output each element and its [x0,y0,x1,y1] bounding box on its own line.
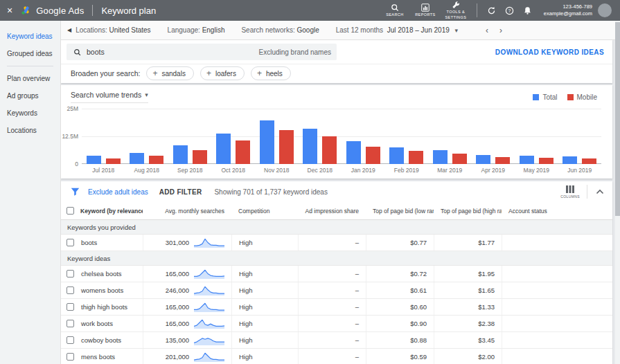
sidebar-item-plan-overview[interactable]: Plan overview [0,70,60,87]
competition-value: High [231,282,298,298]
excluding-brand-names-label[interactable]: Excluding brand names [258,48,331,56]
locations-setting[interactable]: Locations: United States [76,26,150,34]
exclude-adult-ideas-filter[interactable]: Exclude adult ideas [88,188,148,196]
row-checkbox[interactable] [67,320,74,327]
x-axis-label: Nov 2018 [264,167,289,174]
mobile-bar [322,136,337,164]
chart-group-jul-2018: Jul 2018 [84,109,123,164]
sidebar-item-keyword-ideas[interactable]: Keyword ideas [0,28,60,45]
sidebar-item-keywords[interactable]: Keywords [0,104,60,122]
competition-value: High [231,299,298,315]
bid-high-value: $1.65 [434,282,502,298]
close-icon[interactable]: × [7,6,12,15]
trend-type-dropdown[interactable]: Search volume trends ▾ [71,91,148,103]
broaden-chip-sandals[interactable]: +sandals [146,66,193,80]
collapse-table-icon[interactable] [596,189,604,194]
column-ad-impression-share[interactable]: Ad impression share [298,208,366,215]
ad-impression-share-value: – [298,332,366,348]
sidebar: Keyword ideasGrouped ideasPlan overviewA… [0,21,61,364]
date-range-picker[interactable]: Last 12 months Jul 2018 – Jun 2019 ▾ [336,26,458,34]
google-ads-logo-icon [21,5,32,16]
broaden-chip-heels[interactable]: +heels [251,66,291,80]
prev-period-icon[interactable]: ‹ [486,26,488,35]
account-status-value [502,266,612,282]
topbar-tools-settings-button[interactable]: TOOLS & SETTINGS [441,0,471,21]
row-checkbox[interactable] [67,353,74,361]
keyword-search-box[interactable]: Excluding brand names [67,44,337,60]
mobile-bar [193,150,207,164]
column-keyword[interactable]: Keyword (by relevance) [80,208,143,215]
x-axis-label: Feb 2019 [394,167,419,174]
networks-setting[interactable]: Search networks: Google [241,26,319,34]
row-checkbox[interactable] [67,303,74,311]
total-bar [389,147,404,164]
next-period-icon[interactable]: › [499,26,502,35]
avg-monthly-searches-value: 246,000 [166,286,189,294]
topbar-nav: SEARCHREPORTSTOOLS & SETTINGS [380,0,471,21]
avg-monthly-searches-value: 165,000 [166,303,189,311]
table-row-thigh-high-boots[interactable]: thigh high boots165,000High–$0.60$1.33 [61,299,612,316]
competition-value: High [231,332,298,348]
notifications-bell-icon[interactable] [519,6,537,15]
row-checkbox[interactable] [67,336,74,344]
row-checkbox[interactable] [67,270,74,277]
broaden-search-row: Broaden your search: +sandals+loafers+he… [61,64,612,82]
chart-group-aug-2018: Aug 2018 [127,109,166,164]
column-bid-high[interactable]: Top of page bid (high range) [434,208,502,215]
x-axis-label: May 2019 [524,167,549,174]
avatar[interactable] [598,3,612,17]
x-axis-label: Dec 2018 [308,167,333,174]
row-checkbox[interactable] [67,286,74,294]
row-checkbox[interactable] [67,239,74,246]
search-volume-trends-card: Search volume trends ▾ Total Mobile 25M … [61,85,612,179]
total-bar [433,150,448,164]
column-bid-low[interactable]: Top of page bid (low range) [366,208,434,215]
add-filter-button[interactable]: ADD FILTER [159,188,202,196]
select-all-checkbox[interactable] [67,207,74,215]
scrollbar-thumb[interactable] [615,22,620,216]
column-account-status[interactable]: Account status [502,208,612,215]
table-row-boots[interactable]: boots301,000High–$0.77$1.77 [61,235,612,251]
topbar-search-button[interactable]: SEARCH [380,0,410,21]
column-competition[interactable]: Competition [231,208,298,215]
sidebar-item-grouped-ideas[interactable]: Grouped ideas [0,45,60,62]
competition-value: High [231,349,298,364]
avg-monthly-searches-value: 201,000 [166,353,189,361]
table-row-cowboy-boots[interactable]: cowboy boots135,000High–$0.88$3.45 [61,332,612,349]
account-info[interactable]: 123-456-789 example@gmail.com [544,3,592,17]
broaden-chip-loafers[interactable]: +loafers [200,66,245,80]
topbar: × Google Ads Keyword plan SEARCHREPORTST… [0,0,620,21]
competition-value: High [231,235,298,251]
results-count-label: Showing 701 of 1,737 keyword ideas [214,188,327,196]
vertical-scrollbar[interactable] [615,21,620,364]
table-row-chelsea-boots[interactable]: chelsea boots165,000High–$0.72$1.95 [61,266,612,282]
ad-impression-share-value: – [298,282,366,298]
search-input[interactable] [87,48,218,56]
download-keyword-ideas-button[interactable]: DOWNLOAD KEYWORD IDEAS [495,48,604,56]
topbar-reports-button[interactable]: REPORTS [410,0,441,21]
table-row-work-boots[interactable]: work boots165,000High–$0.90$2.38 [61,316,612,332]
bid-high-value: $1.77 [434,235,502,251]
language-setting[interactable]: Language: English [168,26,225,34]
sidebar-item-ad-groups[interactable]: Ad groups [0,87,60,104]
table-body: Keywords you providedboots301,000High–$0… [61,220,612,364]
avg-monthly-searches-value: 135,000 [166,336,189,344]
mobile-bar [452,154,467,164]
tools-icon [452,1,460,9]
bid-high-value: $2.00 [434,349,502,364]
google-ads-keyword-plan: × Google Ads Keyword plan SEARCHREPORTST… [0,0,620,364]
table-row-mens-boots[interactable]: mens boots201,000High–$0.59$2.00 [61,349,612,364]
plan-settings-bar: ◀ Locations: United States Language: Eng… [61,21,620,40]
sidebar-item-locations[interactable]: Locations [0,122,60,139]
chart-group-jan-2019: Jan 2019 [344,109,382,164]
collapse-panel-icon[interactable]: ◀ [63,27,76,33]
search-card: Excluding brand names DOWNLOAD KEYWORD I… [61,40,612,83]
total-bar [87,156,101,164]
help-icon[interactable]: ? [501,6,519,15]
table-row-womens-boots[interactable]: womens boots246,000High–$0.61$1.65 [61,282,612,299]
column-avg-monthly-searches[interactable]: Avg. monthly searches [143,208,231,215]
scroll-area: Excluding brand names DOWNLOAD KEYWORD I… [61,40,620,364]
refresh-icon[interactable] [483,6,501,15]
mobile-bar [279,130,294,164]
columns-button[interactable]: COLUMNS [560,185,580,199]
